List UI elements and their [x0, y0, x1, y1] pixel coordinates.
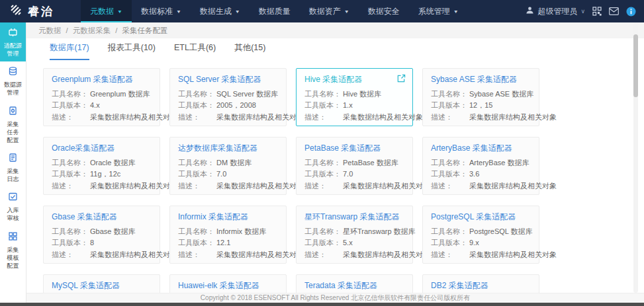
category-tabs: 数据库(17) 报表工具(10) ETL工具(6) 其他(15)	[26, 38, 644, 60]
adapter-card: ArteryBase 采集适配器 工具名称： ArteryBase 数据库 工具…	[422, 137, 539, 195]
adapter-card-title[interactable]: Hive 采集适配器	[304, 74, 404, 85]
breadcrumb-separator: /	[115, 26, 117, 34]
logo: 睿治	[0, 0, 81, 22]
adapter-icon	[8, 27, 18, 40]
tool-desc-value: 采集数据库结构及相关对象	[469, 249, 557, 260]
breadcrumb-item-current: 采集任务配置	[122, 26, 167, 36]
tool-version-label: 工具版本：	[178, 237, 216, 249]
tool-desc-value: 采集数据库结构及相关对象	[216, 180, 304, 192]
adapter-card-title[interactable]: 星环Transwarp 采集适配器	[304, 211, 404, 223]
tool-name-value: DM 数据库	[216, 157, 252, 169]
tool-desc-value: 采集数据库结构及相关对象	[90, 112, 177, 123]
sidebar-item-collect-log[interactable]: 采集 日志	[0, 148, 26, 187]
tool-name-label: 工具名称：	[52, 226, 90, 237]
main-menu: 元数据 ▼ 数据标准 ▼ 数据生成 ▼ 数据质量 数据资产 ▼ 数据安全	[81, 0, 468, 22]
tab-etl-tools[interactable]: ETL工具(6)	[174, 42, 216, 60]
footer: Copyright © 2018 ESENSOFT All Rights Res…	[26, 293, 644, 303]
menu-item-metadata[interactable]: 元数据 ▼	[81, 0, 132, 22]
adapter-card: SQL Server 采集适配器 工具名称： SQL Server 数据库 工具…	[169, 68, 287, 126]
tool-name-row: 工具名称： DM 数据库	[178, 157, 278, 169]
tool-version-row: 工具版本： 9.x	[431, 237, 531, 249]
adapter-card: PostgreSQL 采集适配器 工具名称： PostgreSQL 数据库 工具…	[422, 206, 539, 264]
user-name: 超级管理员	[537, 6, 577, 17]
tool-version-row: 工具版本： 1.x	[304, 100, 404, 111]
adapter-card-title[interactable]: 达梦数据库采集适配器	[178, 143, 278, 154]
vertical-scrollbar[interactable]	[633, 22, 638, 293]
tool-desc-value: 采集数据库结构及相关对象	[90, 249, 177, 260]
menu-item-system-management[interactable]: 系统管理 ▼	[409, 0, 468, 22]
adapter-card: Huawei-elk 采集适配器 工具名称： Huawei-elk 数据库 工具…	[169, 274, 287, 293]
tool-desc-row: 描述： 采集数据库结构及相关对象	[431, 249, 531, 260]
mail-icon[interactable]	[609, 7, 619, 15]
tool-name-label: 工具名称：	[178, 157, 216, 169]
tool-desc-value: 采集数据库结构及相关对象	[343, 249, 430, 260]
sidebar-item-label: 数据源 管理	[4, 81, 22, 96]
tool-version-value: 4.x	[90, 100, 100, 111]
menu-label: 数据生成	[200, 6, 232, 17]
adapter-card-title[interactable]: MySQL 采集适配器	[52, 280, 152, 291]
tool-version-row: 工具版本： 4.x	[52, 100, 152, 111]
tool-desc-label: 描述：	[431, 249, 469, 260]
tool-version-label: 工具版本：	[431, 169, 469, 180]
tool-name-label: 工具名称：	[52, 89, 90, 100]
tool-desc-row: 描述： 采集数据结构及相关对象	[304, 112, 404, 123]
tool-name-row: 工具名称： Oracle 数据库	[52, 157, 152, 169]
adapter-card-title[interactable]: Greenplum 采集适配器	[52, 74, 152, 85]
adapter-card-title[interactable]: Gbase 采集适配器	[52, 211, 152, 223]
scrollbar-thumb[interactable]	[633, 34, 638, 97]
sidebar-item-storage-audit[interactable]: 入库 审核	[0, 187, 26, 226]
tool-version-value: 3.6	[469, 169, 479, 180]
adapter-card-title[interactable]: ArteryBase 采集适配器	[431, 143, 531, 154]
adapter-card-title[interactable]: PetaBase 采集适配器	[304, 143, 404, 154]
logo-text: 睿治	[28, 4, 54, 19]
breadcrumb: 元数据 / 元数据采集 / 采集任务配置	[26, 22, 644, 38]
menu-item-data-quality[interactable]: 数据质量	[250, 0, 300, 22]
tool-version-label: 工具版本：	[304, 169, 343, 180]
qr-code-icon[interactable]	[592, 7, 602, 16]
adapter-card: MySQL 采集适配器 工具名称： MySQL 数据库 工具版本：	[43, 274, 160, 293]
tool-name-value: Sybase ASE 数据库	[469, 89, 533, 100]
app-window: 睿治 元数据 ▼ 数据标准 ▼ 数据生成 ▼ 数据质量 数据资产 ▼	[0, 0, 644, 306]
breadcrumb-separator: /	[66, 26, 68, 34]
adapter-card-title[interactable]: Huawei-elk 采集适配器	[178, 280, 278, 291]
sidebar-item-label: 适配源 管理	[4, 42, 22, 57]
tool-desc-row: 描述： 采集数据库结构及相关对象	[178, 249, 278, 260]
tool-name-value: Hive 数据库	[343, 89, 381, 100]
sidebar-item-label: 采集 任务 配置	[7, 120, 19, 144]
adapter-card: 星环Transwarp 采集适配器 工具名称： 星环Transwarp 数据库 …	[296, 206, 413, 264]
tool-version-row: 工具版本： 2005，2008	[178, 100, 278, 111]
tool-name-value: PostgreSQL 数据库	[469, 226, 533, 237]
menu-item-data-security[interactable]: 数据安全	[359, 0, 409, 22]
tab-report-tools[interactable]: 报表工具(10)	[108, 42, 156, 60]
tool-version-row: 工具版本： 7.0	[304, 169, 404, 180]
sidebar-item-datasource[interactable]: 数据源 管理	[0, 61, 26, 100]
user-menu[interactable]: 超级管理员 ∨	[526, 6, 585, 17]
menu-label: 数据标准	[141, 6, 173, 17]
breadcrumb-item[interactable]: 元数据	[38, 26, 62, 36]
add-collect-task-icon[interactable]	[396, 74, 406, 86]
tool-name-value: Gbase 数据库	[90, 226, 135, 237]
adapter-card-title[interactable]: Informix 采集适配器	[178, 211, 278, 223]
menu-item-data-generation[interactable]: 数据生成 ▼	[191, 0, 250, 22]
sidebar-item-adapter-source[interactable]: 适配源 管理	[0, 22, 26, 61]
adapter-card-title[interactable]: DB2 采集适配器	[431, 280, 531, 291]
info-icon[interactable]	[626, 7, 636, 17]
adapter-card-title[interactable]: Oracle采集适配器	[52, 143, 152, 154]
adapter-card-title[interactable]: Teradata 采集适配器	[304, 280, 404, 291]
tool-desc-label: 描述：	[178, 249, 216, 260]
adapter-card-title[interactable]: Sybase ASE 采集适配器	[431, 74, 531, 85]
menu-item-data-asset[interactable]: 数据资产 ▼	[300, 0, 359, 22]
copyright-text: Copyright © 2018 ESENSOFT All Rights Res…	[201, 293, 470, 303]
sidebar-item-collect-task-config[interactable]: 采集 任务 配置	[0, 101, 26, 148]
tool-name-row: 工具名称： ArteryBase 数据库	[431, 157, 531, 169]
tab-database[interactable]: 数据库(17)	[50, 42, 89, 60]
tool-desc-row: 描述： 采集数据库结构及相关对象	[431, 112, 531, 123]
adapter-card-title[interactable]: PostgreSQL 采集适配器	[431, 211, 531, 223]
tab-others[interactable]: 其他(15)	[234, 42, 265, 60]
tool-version-label: 工具版本：	[304, 100, 343, 111]
sidebar-item-collect-template-config[interactable]: 采集 模板 配置	[0, 227, 26, 274]
logo-icon	[9, 3, 23, 19]
adapter-card-title[interactable]: SQL Server 采集适配器	[178, 74, 278, 85]
breadcrumb-item[interactable]: 元数据采集	[73, 26, 111, 36]
menu-item-data-standard[interactable]: 数据标准 ▼	[132, 0, 191, 22]
